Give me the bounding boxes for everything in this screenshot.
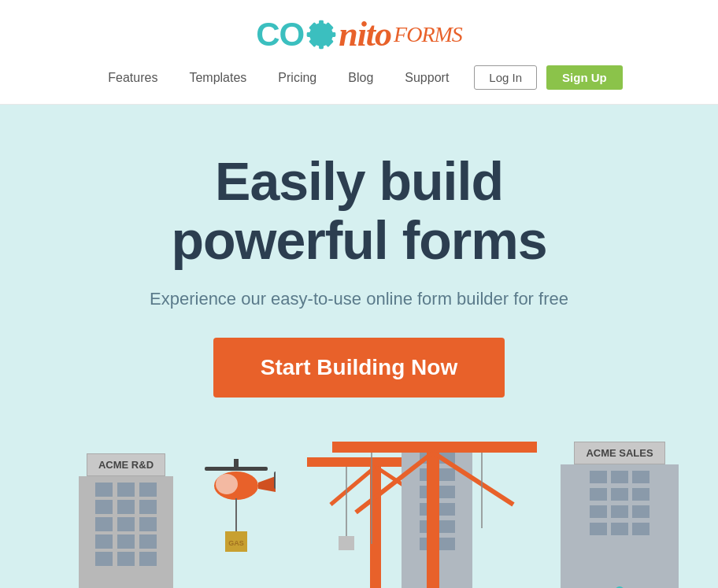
hero-title-line2: powerful forms [171,210,546,270]
logo-nito: nito [339,14,391,54]
nav-templates[interactable]: Templates [176,66,259,90]
illustration: ACME R&D [16,437,702,588]
hero-subtitle: Experience our easy-to-use online form b… [16,289,702,309]
window [139,552,157,566]
window-row [85,500,167,514]
window [590,523,607,535]
header: CO nito FORMS Features Templates Pricing… [0,0,718,105]
window [117,500,135,514]
window-row [85,517,167,531]
window-row [567,505,672,518]
building-left-body [79,476,173,588]
helicopter: GAS [197,453,276,558]
svg-line-18 [356,453,433,512]
nav-blog[interactable]: Blog [335,66,386,90]
svg-point-3 [216,474,238,494]
crane-right-svg [324,434,545,588]
svg-rect-5 [274,472,276,489]
window [95,500,113,514]
cta-button[interactable]: Start Building Now [213,338,505,398]
logo: CO nito FORMS [256,14,462,54]
window-row [85,483,167,497]
window-row [567,471,672,483]
window [611,488,628,501]
hero-title-line1: Easily build [215,151,503,211]
window [95,517,113,531]
window [632,471,650,483]
svg-rect-1 [234,459,239,471]
helicopter-svg: GAS [197,453,276,555]
nav-support[interactable]: Support [392,66,461,90]
nav-pricing[interactable]: Pricing [265,66,329,90]
main-nav: Features Templates Pricing Blog Support … [95,65,622,90]
window [611,471,628,483]
window [139,500,157,514]
window [590,471,607,483]
window [611,505,628,518]
window-row [567,488,672,501]
svg-rect-16 [427,442,439,588]
window [139,483,157,497]
building-right-body [561,464,679,588]
svg-text:GAS: GAS [228,539,244,547]
building-right: ACME SALES [561,442,679,588]
window [590,505,607,518]
building-left: ACME R&D [79,453,173,588]
hero-section: Easily build powerful forms Experience o… [0,105,718,588]
window [117,552,135,566]
window-row [85,534,167,549]
logo-forms: FORMS [394,22,462,47]
logo-co: CO [256,16,304,54]
window [611,523,628,535]
svg-marker-4 [258,476,276,492]
window [632,488,650,501]
window [117,534,135,549]
gear-icon [304,17,339,52]
nav-features[interactable]: Features [95,66,170,90]
window-row [567,523,672,535]
window [590,488,607,501]
window [95,534,113,549]
window [117,517,135,531]
window [139,534,157,549]
window [95,483,113,497]
building-left-sign: ACME R&D [87,453,165,476]
svg-line-19 [433,453,513,505]
window [139,517,157,531]
window [632,505,650,518]
window [117,483,135,497]
hero-title: Easily build powerful forms [16,152,702,270]
signup-button[interactable]: Sign Up [546,65,623,90]
window-row [85,552,167,566]
window [95,552,113,566]
window [632,523,650,535]
building-right-sign: ACME SALES [574,442,664,464]
crane-right [324,434,545,588]
login-button[interactable]: Log In [474,65,537,90]
